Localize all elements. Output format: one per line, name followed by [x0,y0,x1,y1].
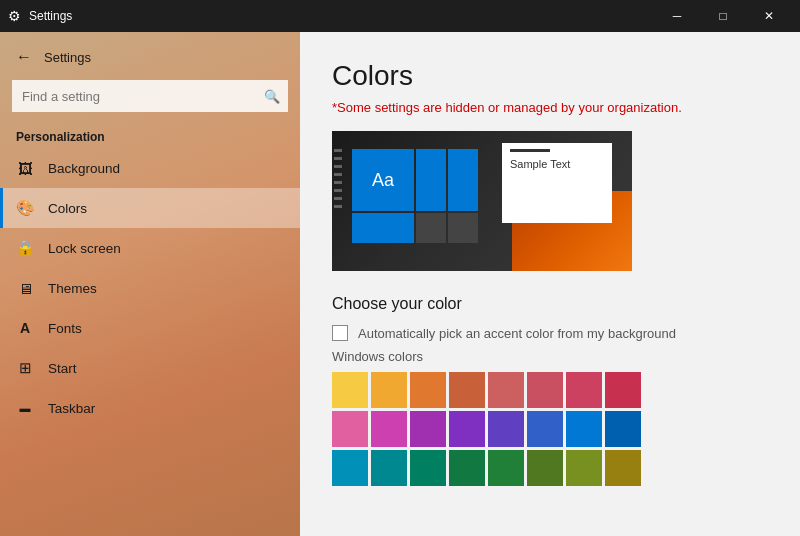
tile-dark-1 [416,213,446,243]
tile-sm-1 [416,149,446,211]
close-button[interactable]: ✕ [746,0,792,32]
minimize-button[interactable]: ─ [654,0,700,32]
title-bar-title: Settings [29,9,72,23]
preview-grid-lines [332,149,342,239]
color-swatch-purple[interactable] [410,411,446,447]
sidebar-item-fonts[interactable]: A Fonts [0,308,300,348]
preview-sample-text: Sample Text [510,158,604,170]
settings-window-icon: ⚙ [8,8,21,24]
sidebar-item-label-background: Background [48,161,120,176]
tile-dark-2 [448,213,478,243]
sidebar-item-label-colors: Colors [48,201,87,216]
color-swatch-lime[interactable] [566,450,602,486]
search-input[interactable] [12,80,288,112]
color-swatch-hot-pink[interactable] [332,411,368,447]
color-swatch-red-pink[interactable] [566,372,602,408]
sidebar-item-label-fonts: Fonts [48,321,82,336]
sidebar-item-taskbar[interactable]: ▬ Taskbar [0,388,300,428]
color-swatch-green[interactable] [449,450,485,486]
color-swatch-dark-teal[interactable] [410,450,446,486]
color-swatch-orange[interactable] [410,372,446,408]
title-bar: ⚙ Settings ─ □ ✕ [0,0,800,32]
color-swatch-indigo[interactable] [488,411,524,447]
color-swatch-gold[interactable] [371,372,407,408]
color-swatch-darkblue[interactable] [605,411,641,447]
sidebar-item-label-lock-screen: Lock screen [48,241,121,256]
grid-line [334,189,342,192]
sidebar-item-lock-screen[interactable]: 🔒 Lock screen [0,228,300,268]
start-icon: ⊞ [16,359,34,377]
preview-background: Aa Sample Text [332,131,632,271]
fonts-icon: A [16,319,34,337]
grid-line [334,181,342,184]
sidebar-section-label: Personalization [0,122,300,148]
grid-line [334,205,342,208]
color-swatch-magenta[interactable] [371,411,407,447]
sidebar-item-start[interactable]: ⊞ Start [0,348,300,388]
grid-line [334,157,342,160]
sidebar-item-themes[interactable]: 🖥 Themes [0,268,300,308]
color-swatch-teal[interactable] [371,450,407,486]
org-warning: *Some settings are hidden or managed by … [332,100,768,115]
app-body: ← Settings 🔍 Personalization 🖼 Backgroun… [0,32,800,536]
page-title: Colors [332,60,768,92]
color-swatch-cyan[interactable] [332,450,368,486]
maximize-button[interactable]: □ [700,0,746,32]
sidebar-item-colors[interactable]: 🎨 Colors [0,188,300,228]
auto-pick-label: Automatically pick an accent color from … [358,326,676,341]
color-swatch-crimson[interactable] [527,372,563,408]
windows-colors-label: Windows colors [332,349,768,364]
grid-line [334,149,342,152]
background-icon: 🖼 [16,159,34,177]
tile-sm-2 [448,149,478,211]
taskbar-icon: ▬ [16,399,34,417]
color-row-2 [332,411,768,447]
content-area: Colors *Some settings are hidden or mana… [300,32,800,536]
lock-screen-icon: 🔒 [16,239,34,257]
sidebar-back-label: Settings [44,50,91,65]
color-swatch-blue[interactable] [527,411,563,447]
color-swatch-burnt[interactable] [449,372,485,408]
sidebar-item-label-start: Start [48,361,77,376]
sidebar-item-label-taskbar: Taskbar [48,401,95,416]
choose-color-title: Choose your color [332,295,768,313]
search-container: 🔍 [12,80,288,112]
sidebar: ← Settings 🔍 Personalization 🖼 Backgroun… [0,32,300,536]
color-grid [332,372,768,486]
color-row-1 [332,372,768,408]
search-icon: 🔍 [264,89,280,104]
colors-icon: 🎨 [16,199,34,217]
title-bar-left: ⚙ Settings [8,8,72,24]
color-swatch-violet[interactable] [449,411,485,447]
tile-aa: Aa [352,149,414,211]
back-arrow-icon: ← [16,48,32,66]
tile-bottom [352,213,414,243]
color-swatch-yellow[interactable] [332,372,368,408]
sidebar-item-label-themes: Themes [48,281,97,296]
color-swatch-ruby[interactable] [605,372,641,408]
grid-line [334,165,342,168]
grid-line [334,197,342,200]
color-swatch-moss[interactable] [605,450,641,486]
themes-icon: 🖥 [16,279,34,297]
color-swatch-forest[interactable] [488,450,524,486]
preview-panel-bar [510,149,550,152]
window-controls: ─ □ ✕ [654,0,792,32]
preview-panel: Sample Text [502,143,612,223]
auto-pick-row: Automatically pick an accent color from … [332,325,768,341]
color-preview-box: Aa Sample Text [332,131,632,271]
sidebar-back-nav[interactable]: ← Settings [0,40,300,74]
color-row-3 [332,450,768,486]
preview-tiles: Aa [352,149,478,243]
color-swatch-msblue[interactable] [566,411,602,447]
grid-line [334,173,342,176]
sidebar-item-background[interactable]: 🖼 Background [0,148,300,188]
color-swatch-rose[interactable] [488,372,524,408]
color-swatch-olive[interactable] [527,450,563,486]
auto-pick-checkbox[interactable] [332,325,348,341]
